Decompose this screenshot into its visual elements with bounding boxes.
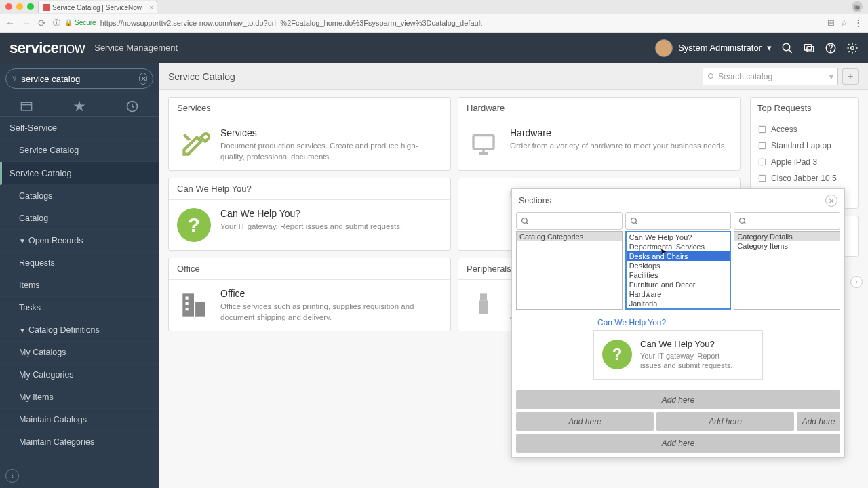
top-request-item[interactable]: Standard Laptop bbox=[751, 138, 858, 154]
avatar bbox=[655, 39, 673, 57]
sidebar-item[interactable]: ▼Catalog Definitions bbox=[0, 319, 159, 342]
sidebar-item[interactable]: Service Catalog bbox=[0, 162, 159, 185]
reload-icon[interactable]: ⟳ bbox=[38, 18, 46, 28]
sidebar-item[interactable]: Service Catalog bbox=[0, 140, 159, 162]
app-subtitle: Service Management bbox=[94, 43, 178, 53]
sidebar-item[interactable]: My Catalogs bbox=[0, 342, 159, 364]
svg-rect-12 bbox=[473, 136, 494, 149]
catalog-card[interactable]: ServicesServicesDocument production serv… bbox=[168, 97, 451, 171]
card-title: Can We Help You? bbox=[220, 208, 402, 219]
back-icon[interactable]: ← bbox=[5, 18, 15, 28]
add-here-button[interactable]: Add here bbox=[656, 412, 794, 431]
top-request-item[interactable]: Apple iPad 3 bbox=[751, 154, 858, 170]
card-title: Office bbox=[220, 288, 442, 299]
collapse-sidebar-icon[interactable]: ‹ bbox=[5, 469, 19, 483]
col1-search[interactable] bbox=[516, 212, 623, 230]
category-option[interactable]: Can We Help You? bbox=[627, 232, 730, 242]
sidebar-item[interactable]: Catalogs bbox=[0, 185, 159, 207]
sidebar-item[interactable]: Requests bbox=[0, 252, 159, 274]
category-detail-option[interactable]: Category Items bbox=[734, 241, 840, 251]
top-request-item[interactable]: Access bbox=[751, 121, 858, 138]
browser-window-controls: Service Catalog | ServiceNow × ◉ bbox=[0, 0, 868, 14]
monitor-icon bbox=[467, 127, 500, 161]
preview-desc: Your IT gateway. Report issues and submi… bbox=[640, 351, 735, 371]
col2-search[interactable] bbox=[625, 212, 732, 230]
sidebar-item[interactable]: Maintain Categories bbox=[0, 431, 159, 453]
gear-icon[interactable] bbox=[846, 42, 859, 54]
catalog-card[interactable]: Can We Help You??Can We Help You?Your IT… bbox=[168, 178, 451, 251]
svg-point-0 bbox=[783, 43, 790, 51]
category-option[interactable]: Departmental Services bbox=[627, 242, 730, 251]
close-dialog-icon[interactable]: ✕ bbox=[825, 195, 837, 207]
filter-navigator[interactable]: ✕ bbox=[5, 68, 153, 89]
close-window-icon[interactable] bbox=[5, 3, 12, 10]
col3-search[interactable] bbox=[734, 212, 840, 230]
history-tab-icon[interactable] bbox=[125, 100, 139, 110]
category-option[interactable]: Desks and Chairs bbox=[627, 251, 730, 261]
add-here-button[interactable]: Add here bbox=[516, 434, 840, 453]
category-option[interactable]: Hardware bbox=[627, 289, 730, 299]
help-icon[interactable] bbox=[825, 42, 837, 54]
tab-close-icon[interactable]: × bbox=[149, 4, 153, 12]
category-option[interactable]: Laptops bbox=[627, 308, 730, 310]
catalog-card[interactable]: HardwareHardwareOrder from a variety of … bbox=[458, 97, 741, 171]
clear-filter-icon[interactable]: ✕ bbox=[139, 73, 147, 85]
category-option[interactable]: Janitorial bbox=[627, 299, 730, 308]
user-menu[interactable]: System Administrator ▾ bbox=[655, 39, 772, 57]
sidebar-item[interactable]: My Categories bbox=[0, 364, 159, 386]
svg-point-5 bbox=[831, 50, 831, 51]
all-apps-tab-icon[interactable] bbox=[20, 100, 33, 110]
add-here-button[interactable]: Add here bbox=[516, 412, 654, 431]
sidebar-item[interactable]: My Items bbox=[0, 386, 159, 409]
col1-header: Catalog Categories bbox=[517, 232, 622, 241]
browser-tab[interactable]: Service Catalog | ServiceNow × bbox=[38, 1, 157, 13]
svg-line-1 bbox=[789, 49, 792, 53]
col1-list[interactable]: Catalog Categories bbox=[516, 231, 623, 310]
sidebar-item[interactable]: Items bbox=[0, 274, 159, 297]
sidebar-item[interactable]: Maintain Catalogs bbox=[0, 409, 159, 431]
preview-link[interactable]: Can We Help You? bbox=[591, 315, 844, 329]
category-option[interactable]: Furniture and Decor bbox=[627, 280, 730, 289]
category-detail-option[interactable]: Category Details bbox=[734, 232, 840, 241]
card-section-title: Can We Help You? bbox=[169, 178, 450, 200]
qr-icon[interactable]: ⊞ bbox=[827, 18, 835, 28]
sidebar-item[interactable]: Tasks bbox=[0, 297, 159, 319]
expand-handle-icon[interactable]: › bbox=[850, 276, 863, 288]
filter-input[interactable] bbox=[21, 74, 135, 84]
catalog-search[interactable]: Search catalog ▾ bbox=[703, 68, 838, 85]
minimize-window-icon[interactable] bbox=[16, 3, 23, 10]
maximize-window-icon[interactable] bbox=[27, 3, 34, 10]
secure-badge: 🔒 Secure bbox=[64, 19, 96, 26]
svg-rect-18 bbox=[186, 302, 189, 305]
browser-profile-icon[interactable]: ◉ bbox=[852, 1, 863, 12]
category-option[interactable]: Facilities bbox=[627, 270, 730, 280]
tools-icon bbox=[177, 127, 211, 161]
bookmark-icon[interactable]: ☆ bbox=[840, 18, 848, 28]
card-desc: Order from a variety of hardware to meet… bbox=[510, 140, 727, 151]
search-icon bbox=[707, 73, 715, 81]
svg-rect-21 bbox=[479, 301, 488, 314]
blank-icon bbox=[467, 186, 500, 220]
category-option[interactable]: Desktops bbox=[627, 261, 730, 270]
add-here-button[interactable]: Add here bbox=[797, 412, 840, 431]
svg-rect-24 bbox=[759, 159, 765, 165]
sidebar-item[interactable]: Self-Service bbox=[0, 117, 159, 140]
catalog-card[interactable]: OfficeOfficeOffice services such as prin… bbox=[168, 258, 451, 331]
menu-icon[interactable]: ⋮ bbox=[854, 18, 863, 28]
add-here-button[interactable]: Add here bbox=[516, 390, 840, 409]
search-icon[interactable] bbox=[781, 42, 793, 54]
add-content-button[interactable]: + bbox=[842, 68, 859, 85]
top-request-item[interactable]: Cisco Jabber 10.5 bbox=[751, 170, 858, 186]
url-field[interactable]: ⓘ 🔒 Secure https://nowsupporttv2.service… bbox=[53, 18, 821, 28]
sidebar-item[interactable]: Catalog bbox=[0, 207, 159, 230]
favorites-tab-icon[interactable] bbox=[73, 100, 86, 110]
chat-icon[interactable] bbox=[803, 42, 815, 54]
card-section-title: Services bbox=[169, 98, 450, 119]
col3-list[interactable]: Category DetailsCategory Items bbox=[734, 231, 840, 310]
sidebar-item[interactable]: ▼Open Records bbox=[0, 230, 159, 252]
user-name: System Administrator bbox=[678, 43, 762, 53]
chevron-down-icon[interactable]: ▾ bbox=[829, 72, 833, 81]
col2-list[interactable]: Can We Help You?Departmental ServicesDes… bbox=[625, 231, 732, 310]
logo[interactable]: servicenow bbox=[9, 39, 85, 57]
card-section-title: Office bbox=[169, 258, 450, 280]
